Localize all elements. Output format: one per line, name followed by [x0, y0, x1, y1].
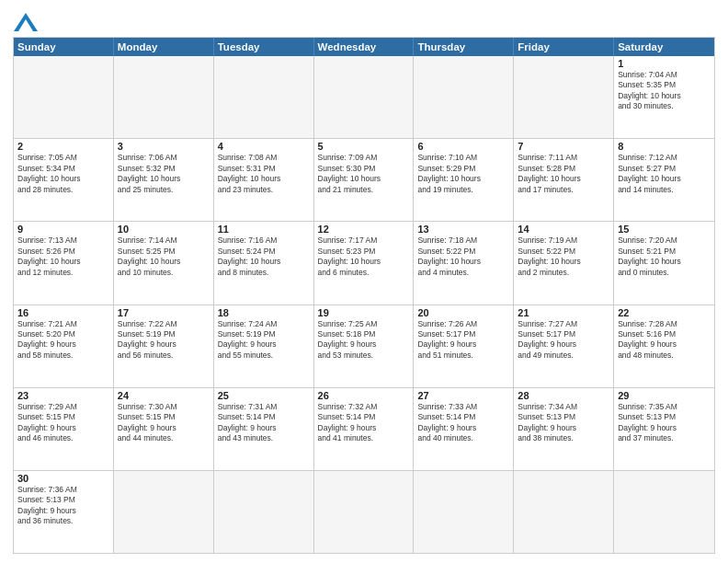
day-number: 19 [318, 307, 410, 318]
calendar-cell-r4c1: 24Sunrise: 7:30 AM Sunset: 5:15 PM Dayli… [114, 388, 214, 470]
calendar-cell-r0c0 [14, 56, 114, 138]
calendar-cell-r2c1: 10Sunrise: 7:14 AM Sunset: 5:25 PM Dayli… [114, 222, 214, 304]
weekday-header-sunday: Sunday [14, 38, 114, 56]
calendar-cell-r5c1 [114, 471, 214, 553]
day-number: 17 [118, 307, 210, 318]
calendar-cell-r0c3 [314, 56, 415, 138]
day-info: Sunrise: 7:17 AM Sunset: 5:23 PM Dayligh… [318, 236, 410, 278]
calendar-row-0: 1Sunrise: 7:04 AM Sunset: 5:35 PM Daylig… [14, 56, 714, 138]
day-info: Sunrise: 7:31 AM Sunset: 5:14 PM Dayligh… [218, 402, 310, 444]
day-number: 1 [618, 58, 711, 69]
day-number: 27 [417, 390, 509, 401]
day-number: 16 [17, 307, 109, 318]
day-info: Sunrise: 7:36 AM Sunset: 5:13 PM Dayligh… [17, 485, 109, 527]
weekday-header-saturday: Saturday [614, 38, 714, 56]
day-number: 11 [218, 224, 310, 235]
day-number: 15 [618, 224, 711, 235]
weekday-header-friday: Friday [514, 38, 614, 56]
day-info: Sunrise: 7:13 AM Sunset: 5:26 PM Dayligh… [17, 236, 109, 278]
day-info: Sunrise: 7:27 AM Sunset: 5:17 PM Dayligh… [518, 319, 609, 362]
calendar-cell-r5c4 [414, 471, 514, 553]
calendar-cell-r4c4: 27Sunrise: 7:33 AM Sunset: 5:14 PM Dayli… [414, 388, 514, 470]
calendar-cell-r4c5: 28Sunrise: 7:34 AM Sunset: 5:13 PM Dayli… [514, 388, 614, 470]
day-info: Sunrise: 7:19 AM Sunset: 5:22 PM Dayligh… [518, 236, 609, 278]
calendar-row-2: 9Sunrise: 7:13 AM Sunset: 5:26 PM Daylig… [14, 221, 714, 304]
calendar-row-1: 2Sunrise: 7:05 AM Sunset: 5:34 PM Daylig… [14, 138, 714, 221]
weekday-header-monday: Monday [114, 38, 214, 56]
day-info: Sunrise: 7:08 AM Sunset: 5:31 PM Dayligh… [218, 153, 310, 195]
day-info: Sunrise: 7:10 AM Sunset: 5:29 PM Dayligh… [417, 153, 509, 195]
calendar-cell-r2c5: 14Sunrise: 7:19 AM Sunset: 5:22 PM Dayli… [514, 222, 614, 304]
day-number: 2 [17, 141, 109, 152]
day-number: 26 [318, 390, 410, 401]
day-info: Sunrise: 7:21 AM Sunset: 5:20 PM Dayligh… [17, 319, 109, 362]
calendar-cell-r0c2 [214, 56, 314, 138]
page: SundayMondayTuesdayWednesdayThursdayFrid… [0, 0, 728, 563]
calendar-body: 1Sunrise: 7:04 AM Sunset: 5:35 PM Daylig… [14, 56, 714, 553]
day-number: 22 [618, 307, 711, 318]
weekday-header-wednesday: Wednesday [314, 38, 415, 56]
calendar-cell-r2c3: 12Sunrise: 7:17 AM Sunset: 5:23 PM Dayli… [314, 222, 415, 304]
day-info: Sunrise: 7:26 AM Sunset: 5:17 PM Dayligh… [417, 319, 509, 362]
calendar-cell-r5c2 [214, 471, 314, 553]
day-number: 18 [218, 307, 310, 318]
calendar: SundayMondayTuesdayWednesdayThursdayFrid… [13, 37, 715, 554]
calendar-cell-r2c0: 9Sunrise: 7:13 AM Sunset: 5:26 PM Daylig… [14, 222, 114, 304]
calendar-cell-r3c4: 20Sunrise: 7:26 AM Sunset: 5:17 PM Dayli… [414, 305, 514, 387]
day-number: 6 [417, 141, 509, 152]
calendar-cell-r3c0: 16Sunrise: 7:21 AM Sunset: 5:20 PM Dayli… [14, 305, 114, 387]
calendar-cell-r0c6: 1Sunrise: 7:04 AM Sunset: 5:35 PM Daylig… [614, 56, 714, 138]
calendar-cell-r1c3: 5Sunrise: 7:09 AM Sunset: 5:30 PM Daylig… [314, 139, 415, 221]
day-info: Sunrise: 7:34 AM Sunset: 5:13 PM Dayligh… [518, 402, 609, 444]
day-info: Sunrise: 7:16 AM Sunset: 5:24 PM Dayligh… [218, 236, 310, 278]
day-info: Sunrise: 7:22 AM Sunset: 5:19 PM Dayligh… [118, 319, 210, 362]
calendar-cell-r5c5 [514, 471, 614, 553]
calendar-cell-r0c4 [414, 56, 514, 138]
day-info: Sunrise: 7:28 AM Sunset: 5:16 PM Dayligh… [618, 319, 711, 362]
calendar-cell-r1c2: 4Sunrise: 7:08 AM Sunset: 5:31 PM Daylig… [214, 139, 314, 221]
calendar-row-4: 23Sunrise: 7:29 AM Sunset: 5:15 PM Dayli… [14, 387, 714, 470]
calendar-cell-r3c3: 19Sunrise: 7:25 AM Sunset: 5:18 PM Dayli… [314, 305, 415, 387]
calendar-cell-r0c5 [514, 56, 614, 138]
calendar-cell-r3c2: 18Sunrise: 7:24 AM Sunset: 5:19 PM Dayli… [214, 305, 314, 387]
day-info: Sunrise: 7:11 AM Sunset: 5:28 PM Dayligh… [518, 153, 609, 195]
calendar-cell-r3c6: 22Sunrise: 7:28 AM Sunset: 5:16 PM Dayli… [614, 305, 714, 387]
day-info: Sunrise: 7:06 AM Sunset: 5:32 PM Dayligh… [118, 153, 210, 195]
day-number: 21 [518, 307, 609, 318]
day-info: Sunrise: 7:32 AM Sunset: 5:14 PM Dayligh… [318, 402, 410, 444]
calendar-cell-r1c4: 6Sunrise: 7:10 AM Sunset: 5:29 PM Daylig… [414, 139, 514, 221]
day-info: Sunrise: 7:09 AM Sunset: 5:30 PM Dayligh… [318, 153, 410, 195]
day-number: 29 [618, 390, 711, 401]
calendar-cell-r2c4: 13Sunrise: 7:18 AM Sunset: 5:22 PM Dayli… [414, 222, 514, 304]
calendar-cell-r4c2: 25Sunrise: 7:31 AM Sunset: 5:14 PM Dayli… [214, 388, 314, 470]
day-info: Sunrise: 7:24 AM Sunset: 5:19 PM Dayligh… [218, 319, 310, 362]
day-number: 8 [618, 141, 711, 152]
day-info: Sunrise: 7:18 AM Sunset: 5:22 PM Dayligh… [417, 236, 509, 278]
day-info: Sunrise: 7:12 AM Sunset: 5:27 PM Dayligh… [618, 153, 711, 195]
calendar-cell-r4c3: 26Sunrise: 7:32 AM Sunset: 5:14 PM Dayli… [314, 388, 415, 470]
day-number: 10 [118, 224, 210, 235]
day-info: Sunrise: 7:29 AM Sunset: 5:15 PM Dayligh… [17, 402, 109, 444]
day-number: 23 [17, 390, 109, 401]
calendar-cell-r0c1 [114, 56, 214, 138]
day-number: 7 [518, 141, 609, 152]
day-number: 30 [17, 473, 109, 484]
calendar-cell-r4c6: 29Sunrise: 7:35 AM Sunset: 5:13 PM Dayli… [614, 388, 714, 470]
calendar-cell-r1c5: 7Sunrise: 7:11 AM Sunset: 5:28 PM Daylig… [514, 139, 614, 221]
day-number: 4 [218, 141, 310, 152]
header [13, 9, 715, 31]
calendar-cell-r5c6 [614, 471, 714, 553]
day-number: 5 [318, 141, 410, 152]
day-number: 28 [518, 390, 609, 401]
day-number: 25 [218, 390, 310, 401]
day-info: Sunrise: 7:14 AM Sunset: 5:25 PM Dayligh… [118, 236, 210, 278]
logo [13, 13, 39, 31]
calendar-cell-r5c3 [314, 471, 415, 553]
day-info: Sunrise: 7:30 AM Sunset: 5:15 PM Dayligh… [118, 402, 210, 444]
calendar-cell-r1c6: 8Sunrise: 7:12 AM Sunset: 5:27 PM Daylig… [614, 139, 714, 221]
calendar-cell-r2c6: 15Sunrise: 7:20 AM Sunset: 5:21 PM Dayli… [614, 222, 714, 304]
calendar-cell-r3c5: 21Sunrise: 7:27 AM Sunset: 5:17 PM Dayli… [514, 305, 614, 387]
calendar-cell-r1c1: 3Sunrise: 7:06 AM Sunset: 5:32 PM Daylig… [114, 139, 214, 221]
day-number: 3 [118, 141, 210, 152]
day-number: 20 [417, 307, 509, 318]
